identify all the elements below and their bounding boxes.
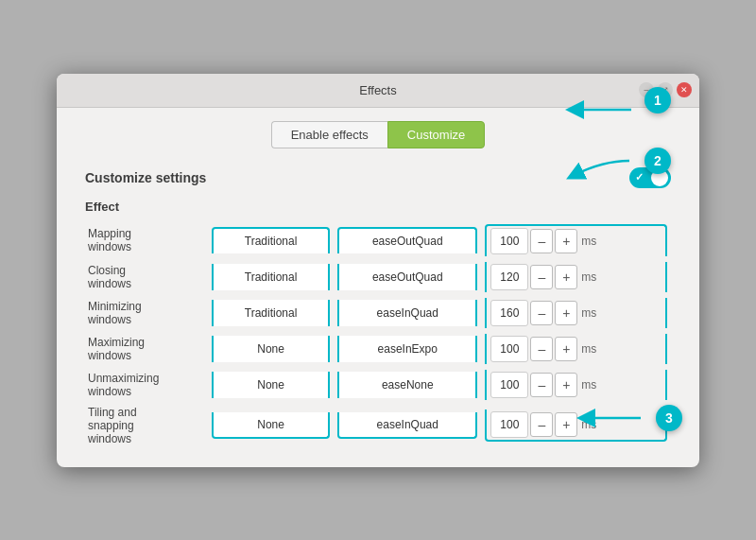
style-dropdown[interactable]: Traditional <box>212 300 330 326</box>
ease-dropdown[interactable]: easeNone <box>337 372 477 398</box>
decrement-button[interactable]: – <box>530 301 553 325</box>
section-title: Customize settings <box>85 170 206 185</box>
effect-name: Maximizing windows <box>85 331 208 367</box>
style-dropdown[interactable]: None <box>212 412 330 439</box>
value-group: 100 – + ms <box>485 370 667 400</box>
increment-button[interactable]: + <box>555 337 577 361</box>
effect-name: Unmaximizing windows <box>85 367 208 403</box>
arrow-2-svg <box>556 151 641 199</box>
ease-dropdown[interactable]: easeInExpo <box>337 336 477 362</box>
effect-name: Minimizing windows <box>85 295 208 331</box>
decrement-button[interactable]: – <box>530 229 553 253</box>
unit-label: ms <box>581 378 596 392</box>
value-display: 100 <box>490 228 528 254</box>
value-cell: 120 – + ms <box>481 259 671 295</box>
style-cell: None <box>208 403 334 448</box>
value-display: 100 <box>490 372 528 398</box>
value-group: 160 – + ms <box>485 298 667 328</box>
unit-label: ms <box>581 270 596 284</box>
enable-effects-button[interactable]: Enable effects <box>271 121 387 148</box>
decrement-button[interactable]: – <box>530 412 553 437</box>
table-row: Closing windows Traditional easeOutQuad … <box>85 259 671 295</box>
style-cell: Traditional <box>208 295 334 331</box>
value-cell: 100 – + ms <box>481 331 671 367</box>
increment-button[interactable]: + <box>555 265 577 289</box>
value-display: 120 <box>490 264 528 290</box>
value-cell: 100 – + ms <box>481 221 671 259</box>
close-button[interactable]: ✕ <box>677 82 692 97</box>
table-row: Minimizing windows Traditional easeInQua… <box>85 295 671 331</box>
style-dropdown[interactable]: Traditional <box>212 227 330 253</box>
callout-circle-2: 2 <box>644 148 671 174</box>
ease-dropdown[interactable]: easeInQuad <box>337 300 477 326</box>
value-group: 120 – + ms <box>485 262 667 292</box>
table-row: Mapping windows Traditional easeOutQuad … <box>85 221 671 259</box>
unit-label: ms <box>581 342 596 356</box>
effect-name: Mapping windows <box>85 221 208 259</box>
increment-button[interactable]: + <box>555 373 577 397</box>
increment-button[interactable]: + <box>555 229 577 253</box>
ease-dropdown[interactable]: easeOutQuad <box>337 264 477 290</box>
ease-cell: easeOutQuad <box>334 259 481 295</box>
effect-name: Tiling and snapping windows <box>85 403 208 448</box>
value-cell: 160 – + ms <box>481 295 671 331</box>
callout-circle-3: 3 <box>656 405 682 431</box>
callout-circle-1: 1 <box>644 87 671 113</box>
ease-cell: easeInQuad <box>334 295 481 331</box>
style-cell: None <box>208 331 334 367</box>
ease-cell: easeOutQuad <box>334 221 481 259</box>
decrement-button[interactable]: – <box>530 337 553 361</box>
style-dropdown[interactable]: Traditional <box>212 264 330 290</box>
unit-label: ms <box>581 235 596 248</box>
style-cell: Traditional <box>208 221 334 259</box>
value-display: 100 <box>490 336 528 362</box>
style-dropdown[interactable]: None <box>212 372 330 398</box>
ease-cell: easeInExpo <box>334 331 481 367</box>
unit-label: ms <box>581 306 596 320</box>
effect-name: Closing windows <box>85 259 208 295</box>
value-group: 100 – + ms <box>485 334 667 364</box>
value-display: 100 <box>490 411 528 438</box>
table-row: Maximizing windows None easeInExpo 100 –… <box>85 331 671 367</box>
table-row: Unmaximizing windows None easeNone 100 –… <box>85 367 671 403</box>
window-title: Effects <box>359 83 397 97</box>
value-display: 160 <box>490 300 528 326</box>
arrow-3-svg <box>567 399 652 437</box>
style-cell: None <box>208 367 334 403</box>
ease-dropdown[interactable]: easeInQuad <box>337 412 477 439</box>
customize-button[interactable]: Customize <box>387 121 485 148</box>
decrement-button[interactable]: – <box>530 373 553 397</box>
style-dropdown[interactable]: None <box>212 336 330 362</box>
ease-cell: easeNone <box>334 367 481 403</box>
style-cell: Traditional <box>208 259 334 295</box>
value-cell: 100 – + ms <box>481 367 671 403</box>
value-group: 100 – + ms <box>485 224 667 256</box>
arrow-1-svg <box>556 91 641 129</box>
decrement-button[interactable]: – <box>530 265 553 289</box>
ease-cell: easeInQuad <box>334 403 481 448</box>
effect-label: Effect <box>85 200 671 214</box>
increment-button[interactable]: + <box>555 301 577 325</box>
ease-dropdown[interactable]: easeOutQuad <box>337 227 477 253</box>
